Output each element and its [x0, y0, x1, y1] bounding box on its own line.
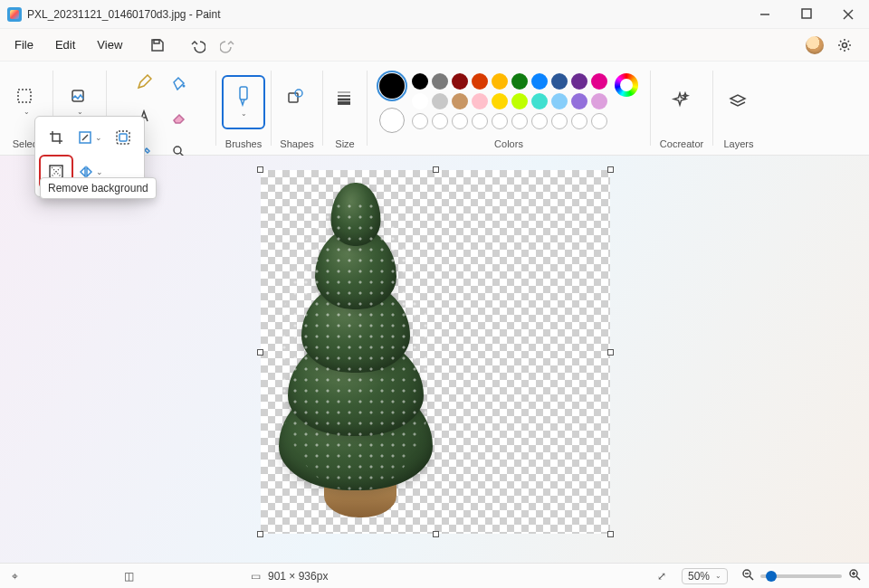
- color-swatches: [412, 73, 607, 129]
- resize-handle[interactable]: [257, 166, 263, 173]
- color-swatch[interactable]: [472, 73, 488, 90]
- color-swatch[interactable]: [492, 73, 508, 90]
- eraser-tool[interactable]: [163, 101, 194, 132]
- color-swatch[interactable]: [571, 93, 587, 109]
- color-swatch[interactable]: [551, 93, 568, 109]
- save-icon: [149, 37, 166, 53]
- pencil-tool[interactable]: [129, 67, 159, 98]
- color-swatch-empty[interactable]: [472, 113, 488, 129]
- color-swatch[interactable]: [551, 73, 568, 90]
- layers-button[interactable]: [719, 77, 759, 128]
- color-swatch[interactable]: [452, 93, 468, 109]
- resize-handle[interactable]: [257, 349, 263, 356]
- menu-view[interactable]: View: [86, 33, 133, 57]
- zoom-select[interactable]: 50% ⌄: [682, 568, 728, 584]
- menu-edit[interactable]: Edit: [44, 33, 86, 57]
- color-swatch-empty[interactable]: [591, 113, 607, 129]
- color-swatch-empty[interactable]: [492, 113, 508, 129]
- chevron-down-icon: ⌄: [241, 109, 247, 118]
- color-swatch[interactable]: [432, 73, 448, 90]
- color-swatch[interactable]: [472, 93, 488, 109]
- color-swatch-empty[interactable]: [571, 113, 587, 129]
- close-button[interactable]: [827, 0, 869, 29]
- undo-icon: [189, 37, 205, 53]
- minimize-icon: [757, 6, 773, 23]
- color-swatch[interactable]: [432, 93, 448, 109]
- svg-rect-19: [119, 134, 127, 141]
- svg-rect-18: [117, 131, 129, 144]
- chevron-down-icon: ⌄: [77, 108, 83, 116]
- svg-point-5: [843, 43, 847, 47]
- svg-point-8: [183, 85, 186, 88]
- select-image-icon: [115, 129, 131, 146]
- save-button[interactable]: [142, 32, 173, 59]
- group-label-colors: Colors: [494, 137, 523, 153]
- color-swatch-empty[interactable]: [432, 113, 448, 129]
- zoom-value: 50%: [688, 570, 710, 583]
- color-swatch[interactable]: [412, 93, 428, 109]
- maximize-button[interactable]: [786, 0, 827, 29]
- group-colors: Colors: [368, 62, 650, 155]
- minimize-button[interactable]: [744, 0, 786, 29]
- brushes-tool[interactable]: ⌄: [224, 77, 263, 128]
- cocreator-button[interactable]: [662, 77, 702, 128]
- color-swatch-empty[interactable]: [511, 113, 528, 129]
- color-swatch[interactable]: [571, 73, 587, 90]
- status-bar: ⌖ ◫ ▭ 901 × 936px ⤢ 50% ⌄: [0, 563, 869, 588]
- resize-handle[interactable]: [607, 166, 614, 173]
- color-swatch[interactable]: [511, 73, 528, 90]
- zoom-slider[interactable]: [760, 574, 842, 578]
- color-swatch-empty[interactable]: [531, 113, 548, 129]
- color-swatch-empty[interactable]: [452, 113, 468, 129]
- menu-file[interactable]: File: [4, 33, 44, 57]
- color-swatch[interactable]: [531, 93, 548, 109]
- workspace[interactable]: [0, 156, 869, 563]
- undo-button[interactable]: [182, 32, 213, 59]
- fit-to-window-button[interactable]: ⤢: [654, 570, 669, 583]
- resize-handle[interactable]: [607, 531, 614, 537]
- shapes-icon: [287, 88, 307, 108]
- group-size: ⌄ Size: [323, 62, 367, 155]
- color2[interactable]: [379, 108, 405, 133]
- color-swatch-empty[interactable]: [551, 113, 568, 129]
- window-title: PXL_20231121_01460170d3.jpg - Paint: [27, 8, 221, 21]
- color1[interactable]: [379, 73, 405, 99]
- color-swatch[interactable]: [452, 73, 468, 90]
- user-avatar[interactable]: [806, 36, 824, 54]
- group-shapes: ⌄ Shapes: [272, 62, 322, 155]
- resize-skew-button[interactable]: [74, 122, 104, 153]
- canvas[interactable]: [261, 170, 610, 534]
- select-image-button[interactable]: [109, 122, 138, 153]
- shapes-tool[interactable]: ⌄: [277, 77, 317, 128]
- color-swatch-empty[interactable]: [412, 113, 428, 129]
- fill-tool[interactable]: [163, 67, 194, 98]
- resize-handle[interactable]: [433, 166, 439, 173]
- zoom-in-icon: [848, 568, 861, 581]
- resize-handle[interactable]: [607, 349, 614, 356]
- canvas-size-icon: ▭: [248, 570, 263, 583]
- size-tool[interactable]: ⌄: [325, 77, 365, 128]
- resize-handle[interactable]: [433, 531, 439, 537]
- maximize-icon: [798, 6, 815, 23]
- color-swatch[interactable]: [412, 73, 428, 90]
- resize-handle[interactable]: [257, 531, 263, 537]
- chevron-down-icon: ⌄: [715, 572, 721, 580]
- status-cursor: ⌖: [7, 570, 27, 583]
- zoom-in-button[interactable]: [847, 568, 862, 583]
- image-resize-icon: [70, 88, 90, 108]
- color-swatch[interactable]: [492, 93, 508, 109]
- crop-icon: [48, 129, 64, 146]
- color-swatch[interactable]: [531, 73, 548, 90]
- color-swatch[interactable]: [591, 73, 607, 90]
- settings-button[interactable]: [829, 32, 860, 59]
- color-swatch[interactable]: [511, 93, 528, 109]
- group-label-cocreator: Cocreator: [660, 137, 703, 153]
- crop-button[interactable]: [41, 122, 71, 153]
- zoom-out-button[interactable]: [740, 568, 755, 583]
- redo-button[interactable]: [213, 32, 244, 59]
- group-cocreator: Cocreator: [651, 62, 712, 155]
- size-lines-icon: [335, 88, 355, 108]
- edit-colors-button[interactable]: [615, 73, 638, 97]
- color-swatch[interactable]: [591, 93, 607, 109]
- svg-rect-10: [240, 87, 247, 100]
